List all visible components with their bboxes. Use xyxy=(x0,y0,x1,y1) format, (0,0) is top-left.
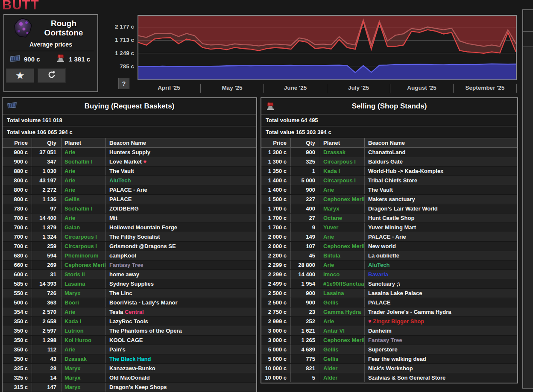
table-row[interactable]: 2 500 c900GellisPALACE xyxy=(261,298,517,307)
table-row[interactable]: 10 000 c821AlderNick's Workshop xyxy=(261,364,517,373)
table-row[interactable]: 2 499 c1 954#1e90ffSanctuarySanctuary ;\ xyxy=(261,279,517,289)
beacon-name-text: Hollowed Mountain Forge xyxy=(109,224,177,231)
table-row[interactable]: 800 c43 197ArieAluTech xyxy=(3,176,256,185)
beacon-name-text: Zingst Bigger Shop xyxy=(373,318,424,325)
table-row[interactable]: 550 c726MaryxThe Linc xyxy=(3,289,256,298)
table-row[interactable]: 585 c14 393LasainaSydney Supplies xyxy=(3,279,256,289)
planet-cell: Gellis xyxy=(320,345,365,354)
column-header-qty: Qty xyxy=(32,138,62,147)
item-summary-panel: Rough Oortstone Average prices 900 c xyxy=(3,14,98,92)
table-row[interactable]: 1 700 c400MaryxDragon's Lair Water World xyxy=(261,204,517,214)
planet-cell: Arie xyxy=(62,148,106,157)
price-cell: 1 400 c xyxy=(261,185,291,194)
table-row[interactable]: 1 300 c325Circarpous IBaldurs Gate xyxy=(261,157,517,167)
beacon-name-cell: Tesla Central xyxy=(106,307,256,316)
beacon-name-cell: PALACE - Arie xyxy=(365,232,517,241)
table-row[interactable]: 2 299 c28 800ArieAluTech xyxy=(261,260,517,270)
table-row[interactable]: 2 750 c23Gamma HydraTrader Jolene's - Ga… xyxy=(261,307,517,317)
beacon-name-text: Dragon's Lair Water World xyxy=(368,205,438,212)
table-row[interactable]: 500 c363BooriBooriVista - Lady's Manor xyxy=(3,298,256,307)
beacon-name-cell: LazyRoc Tools xyxy=(106,317,256,326)
qty-cell: 1 324 xyxy=(32,232,62,241)
site-logo[interactable]: BUTT xyxy=(2,0,39,13)
table-row[interactable]: 900 c347Sochaltin ILove Market ♥ xyxy=(3,157,256,167)
price-history-chart[interactable] xyxy=(138,15,517,80)
qty-cell: 97 xyxy=(32,204,62,213)
price-chart-svg xyxy=(138,16,516,79)
table-row[interactable]: 1 700 c27OctaneHunt Castle Shop xyxy=(261,214,517,223)
planet-cell: Circarpous I xyxy=(320,176,365,185)
planet-cell: Arie xyxy=(62,307,106,316)
favorite-button[interactable]: ★ xyxy=(6,68,34,83)
table-row[interactable]: 325 c14MaryxOld MacDonald xyxy=(3,373,256,383)
price-cell: 350 c xyxy=(3,336,32,345)
price-cell: 880 c xyxy=(3,167,32,176)
table-row[interactable]: 350 c2 658Kada ILazyRoc Tools xyxy=(3,317,256,326)
table-row[interactable]: 350 c43DzassakThe Black Hand xyxy=(3,354,256,364)
buying-total-volume: Total volume 161 018 xyxy=(3,114,256,126)
table-row[interactable]: 700 c1 879GalanHollowed Mountain Forge xyxy=(3,223,256,232)
table-row[interactable]: 880 c1 030ArieThe Vault xyxy=(3,167,256,176)
qty-cell: 900 xyxy=(291,298,320,307)
table-row[interactable]: 2 000 c149AriePALACE - Arie xyxy=(261,232,517,242)
table-row[interactable]: 700 c14 400ArieMit xyxy=(3,214,256,223)
table-row[interactable]: 2 299 c14 400ImocoBavaria xyxy=(261,270,517,279)
planet-cell: Gamma Hydra xyxy=(320,307,365,316)
table-row[interactable]: 10 000 c5AlderSzalvias & Son General Sto… xyxy=(261,373,517,383)
table-row[interactable]: 315 c147MaryxDragon's Keep Shops xyxy=(3,383,256,392)
qty-cell: 400 xyxy=(291,204,320,213)
table-row[interactable]: 2 500 c900LasainaLasaina Lake Palace xyxy=(261,289,517,298)
beacon-name-cell: Baldurs Gate xyxy=(365,157,517,166)
table-row[interactable]: 1 700 c9YuverYuver Mining Mart xyxy=(261,223,517,232)
x-tick-label: August '25 xyxy=(390,84,454,93)
table-row[interactable]: 1 300 c900DzassakChanattoLand xyxy=(261,148,517,157)
planet-cell: Gellis xyxy=(62,195,106,204)
table-row[interactable]: 354 c2 570ArieTesla Central xyxy=(3,307,256,317)
right-panel-button[interactable] xyxy=(523,10,533,32)
qty-cell: 37 051 xyxy=(32,148,62,157)
right-panel-button[interactable] xyxy=(523,32,533,47)
planet-cell: Alder xyxy=(320,373,365,382)
table-row[interactable]: 5 000 c4 689GellisSuperstore xyxy=(261,345,517,354)
table-row[interactable]: 350 c112AriePain's xyxy=(3,345,256,354)
table-row[interactable]: 350 c2 597LutrionThe Phantoms of the Ope… xyxy=(3,326,256,336)
column-header-planet: Planet xyxy=(320,138,365,147)
qty-cell: 227 xyxy=(291,195,320,204)
table-row[interactable]: 600 c31Storis IIhome away xyxy=(3,270,256,279)
planet-cell: Boori xyxy=(62,298,106,307)
table-row[interactable]: 3 000 c1 265Cephonex MerikaFantasy Tree xyxy=(261,336,517,345)
column-header-planet: Planet xyxy=(62,138,106,147)
table-row[interactable]: 350 c1 298Kol HurooKOOL CAGE xyxy=(3,336,256,345)
price-cell: 2 499 c xyxy=(261,279,291,288)
table-row[interactable]: 5 000 c775GellisFear the walking dead xyxy=(261,354,517,364)
selling-title: Selling (Shop Stands) xyxy=(352,102,427,111)
table-row[interactable]: 1 500 c227Cephonex MerikaMakers sanctuar… xyxy=(261,195,517,204)
table-row[interactable]: 700 c259Circarpous IGrismondt @Dragons S… xyxy=(3,242,256,251)
table-row[interactable]: 325 c28MaryxKanazawa-Bunko xyxy=(3,364,256,373)
table-row[interactable]: 2 200 c45BiitulaLa oubliette xyxy=(261,251,517,260)
beacon-name-cell: home away xyxy=(106,270,256,279)
request-basket-icon xyxy=(7,102,17,110)
planet-cell: Sochaltin I xyxy=(62,157,106,166)
table-row[interactable]: 900 c37 051ArieHunters Supply xyxy=(3,148,256,157)
table-row[interactable]: 780 c97Sochaltin IZOIDBERG xyxy=(3,204,256,214)
price-cell: 1 300 c xyxy=(261,157,291,166)
x-tick-label: July '25 xyxy=(327,84,390,93)
table-row[interactable]: 800 c2 272AriePALACE - Arie xyxy=(3,185,256,195)
table-row[interactable]: 680 c594PheminorumcampKool xyxy=(3,251,256,260)
refresh-button[interactable] xyxy=(38,68,66,83)
planet-cell: Gellis xyxy=(320,354,365,363)
table-row[interactable]: 2 999 c252Arie♥ Zingst Bigger Shop xyxy=(261,317,517,326)
planet-cell: Maryx xyxy=(62,364,106,373)
beacon-name-cell: The Linc xyxy=(106,289,256,298)
table-row[interactable]: 1 350 c1Kada IWorld-Hub -> Kada-Komplex xyxy=(261,167,517,176)
planet-cell: Cephonex Merika xyxy=(62,260,106,269)
table-row[interactable]: 800 c1 136GellisPALACE xyxy=(3,195,256,204)
table-row[interactable]: 700 c1 324Circarpous IThe Filthy Sociali… xyxy=(3,232,256,242)
qty-cell: 28 xyxy=(32,364,62,373)
table-row[interactable]: 1 400 c5 000Circarpous ITribal Chiefs St… xyxy=(261,176,517,185)
table-row[interactable]: 1 400 c900ArieThe Vault xyxy=(261,185,517,195)
table-row[interactable]: 2 000 c107Cephonex MerikaNew world xyxy=(261,242,517,251)
table-row[interactable]: 660 c269Cephonex MerikaFantasy Tree xyxy=(3,260,256,270)
table-row[interactable]: 3 000 c1 621Antar VIDanheim xyxy=(261,326,517,336)
